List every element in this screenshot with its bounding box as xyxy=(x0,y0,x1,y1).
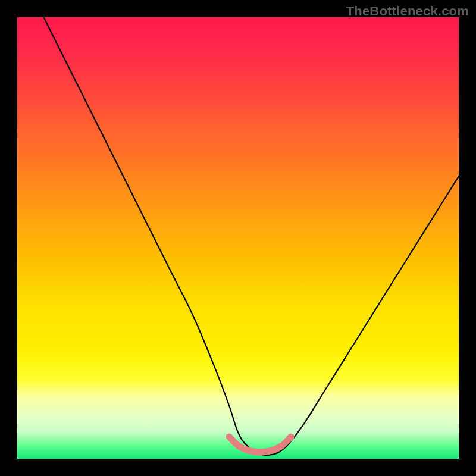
watermark-text: TheBottleneck.com xyxy=(346,4,469,19)
bottleneck-curve xyxy=(44,17,459,455)
plot-area xyxy=(17,17,459,459)
curve-layer xyxy=(17,17,459,459)
chart-frame: TheBottleneck.com xyxy=(0,0,476,476)
